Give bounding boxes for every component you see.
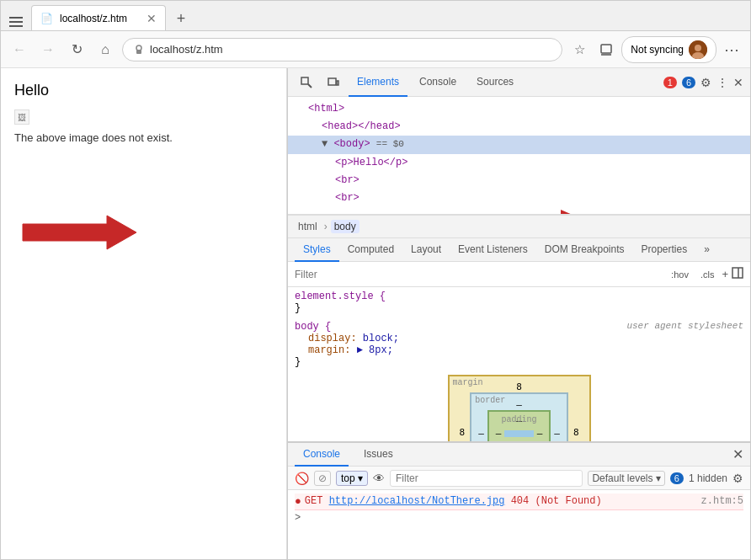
box-model-container: margin 8 8 border – –: [295, 375, 743, 441]
css-property-margin: margin:: [308, 344, 350, 356]
cls-filter-button[interactable]: .cls: [696, 268, 719, 281]
devtools-close-icon[interactable]: ✕: [733, 76, 743, 89]
console-panel: Console Issues ✕ 🚫 ⊘ top ▾ 👁 Default lev…: [288, 441, 750, 559]
dom-line-head[interactable]: <head></head>: [288, 118, 750, 136]
console-eye-icon[interactable]: 👁: [373, 472, 385, 485]
right-arrow-icon: [14, 211, 141, 253]
svg-rect-4: [136, 50, 141, 54]
css-selector-element: element.style {: [295, 291, 386, 302]
collection-icon[interactable]: [594, 38, 618, 61]
css-rule-body: body { user agent stylesheet display: bl…: [295, 321, 743, 368]
more-button[interactable]: ⋯: [720, 38, 743, 61]
forward-button[interactable]: →: [36, 38, 60, 61]
svg-line-12: [308, 84, 312, 88]
console-level-select[interactable]: Default levels ▾: [588, 471, 664, 486]
hov-filter-button[interactable]: :hov: [667, 268, 693, 281]
dom-tree[interactable]: <html> <head></head> ▼ <body> == $0 <p>H…: [288, 97, 750, 215]
tab-styles[interactable]: Styles: [295, 238, 339, 262]
settings-icon[interactable]: ⚙: [700, 76, 711, 89]
dom-line-body[interactable]: ▼ <body> == $0: [288, 136, 750, 153]
warning-badge: 6: [682, 77, 695, 88]
broken-image-text: The above image does not exist.: [14, 131, 273, 144]
tab-computed[interactable]: Computed: [339, 238, 402, 262]
home-button[interactable]: ⌂: [93, 38, 117, 61]
sync-label: Not syncing: [631, 44, 684, 56]
address-bar: ← → ↻ ⌂ localhost/z.htm ☆ Not syncing ⋯: [1, 31, 750, 68]
devtools-responsive-icon[interactable]: [322, 71, 345, 94]
console-filter-icon[interactable]: ⊘: [314, 471, 331, 486]
tab-elements[interactable]: Elements: [349, 68, 407, 97]
filter-bar: :hov .cls +: [288, 262, 750, 287]
toggle-sidebar-icon[interactable]: [732, 267, 743, 281]
active-tab[interactable]: 📄 localhost/z.htm ✕: [31, 5, 166, 30]
tab-console[interactable]: Console: [411, 68, 465, 97]
breadcrumb-html[interactable]: html: [295, 220, 321, 233]
tab-more-styles[interactable]: »: [695, 238, 718, 262]
arrow-container: [14, 211, 273, 253]
css-value-display: block;: [363, 333, 399, 344]
back-button[interactable]: ←: [8, 38, 31, 61]
tab-issues[interactable]: Issues: [355, 443, 402, 467]
new-tab-button[interactable]: +: [169, 7, 193, 30]
filter-input[interactable]: [295, 269, 662, 280]
devtools-more-icon[interactable]: ⋮: [716, 76, 728, 89]
svg-rect-16: [732, 268, 743, 278]
svg-rect-14: [337, 81, 338, 85]
tab-event-listeners[interactable]: Event Listeners: [450, 238, 536, 262]
add-style-icon[interactable]: +: [722, 268, 728, 280]
console-toolbar: 🚫 ⊘ top ▾ 👁 Default levels ▾ 6 1 hidden …: [288, 467, 750, 490]
refresh-button[interactable]: ↻: [65, 38, 88, 61]
console-clear-icon[interactable]: 🚫: [295, 472, 309, 485]
console-filter-input[interactable]: [390, 470, 583, 487]
svg-rect-11: [301, 77, 308, 84]
console-error-url[interactable]: http://localhost/NotThere.jpg: [329, 495, 505, 507]
margin-label: margin: [453, 378, 483, 387]
box-model-border: border – – padding – –: [470, 392, 568, 441]
console-close-button[interactable]: ✕: [732, 446, 743, 462]
css-value-margin: ► 8px;: [357, 344, 393, 356]
box-model-padding: padding – – –: [487, 410, 551, 441]
console-line-ref[interactable]: z.htm:5: [701, 495, 743, 507]
padding-left-value: –: [493, 426, 505, 440]
border-left-value: –: [475, 426, 487, 440]
breadcrumb-body[interactable]: body: [331, 220, 360, 233]
css-rule-element: element.style { }: [295, 291, 743, 314]
dom-line-html[interactable]: <html>: [288, 100, 750, 118]
tab-favicon: 📄: [40, 13, 53, 24]
console-top-selector[interactable]: top ▾: [336, 471, 368, 486]
svg-point-8: [695, 45, 701, 51]
border-right-value: –: [551, 426, 563, 440]
tab-close-button[interactable]: ✕: [146, 12, 157, 25]
dom-line-br1[interactable]: <br>: [288, 172, 750, 189]
page-hello: Hello: [14, 82, 273, 99]
devtools-inspect-icon[interactable]: [295, 71, 318, 94]
box-model-margin: margin 8 8 border – –: [448, 375, 591, 441]
address-input[interactable]: localhost/z.htm: [122, 38, 562, 61]
console-content: ● GET http://localhost/NotThere.jpg 404 …: [288, 490, 750, 559]
elements-panel: <html> <head></head> ▼ <body> == $0 <p>H…: [288, 97, 750, 441]
sidebar-toggle-icon[interactable]: [8, 13, 24, 30]
dom-line-p[interactable]: <p>Hello</p>: [288, 154, 750, 172]
console-settings-icon[interactable]: ⚙: [732, 472, 743, 485]
page-content: Hello 🖼 The above image does not exist.: [1, 68, 287, 559]
lock-icon: [133, 44, 145, 56]
border-label: border: [475, 396, 505, 405]
tab-console-panel[interactable]: Console: [295, 443, 349, 467]
main-content: Hello 🖼 The above image does not exist.: [1, 68, 750, 559]
console-hidden-count: 1 hidden: [689, 472, 727, 484]
padding-bottom-value: –: [516, 440, 522, 441]
console-prompt[interactable]: >: [295, 510, 743, 525]
star-icon[interactable]: ☆: [567, 38, 591, 61]
dom-line-img[interactable]: <img src="NotThere.jpg">: [288, 207, 750, 215]
tab-dom-breakpoints[interactable]: DOM Breakpoints: [536, 238, 633, 262]
red-arrow-indicator: [506, 208, 582, 215]
broken-image-icon: 🖼: [18, 113, 26, 122]
sync-button[interactable]: Not syncing: [621, 36, 716, 63]
css-panel: element.style { } body { user agent styl…: [288, 287, 750, 441]
dom-line-br2[interactable]: <br>: [288, 189, 750, 207]
tab-sources[interactable]: Sources: [468, 68, 522, 97]
svg-rect-2: [9, 25, 23, 27]
tab-properties[interactable]: Properties: [633, 238, 696, 262]
box-model-row: 8 border – – padding –: [455, 392, 584, 441]
tab-layout[interactable]: Layout: [402, 238, 450, 262]
